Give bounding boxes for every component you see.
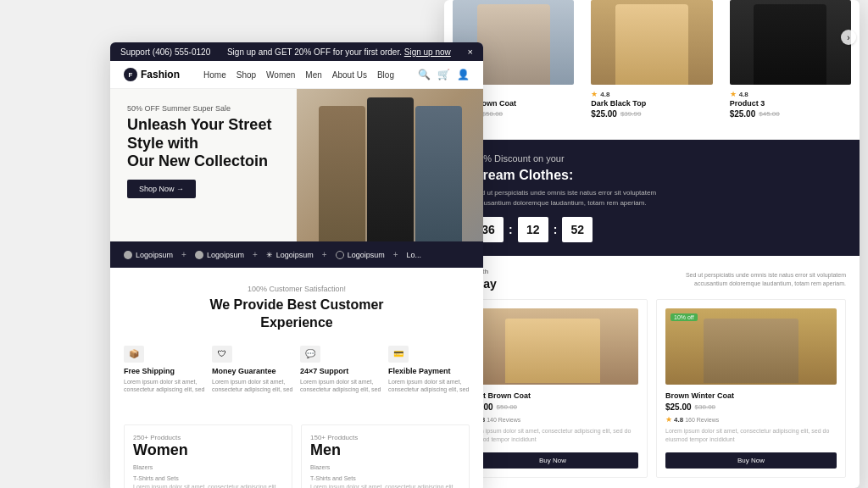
logo-item-1: Logoipsum: [124, 251, 173, 259]
discount-banner: 10% Discount on your Dream Clothes: Sed …: [444, 140, 860, 256]
logo-plus-2: +: [253, 250, 258, 259]
person-sil-2: [615, 4, 688, 85]
men-label: 150+ Prodducts: [310, 434, 460, 441]
user-icon[interactable]: 👤: [457, 69, 470, 80]
deal-star-icon-2: ★: [665, 415, 672, 424]
support-icon: 💬: [300, 346, 320, 363]
page-wrapper: Support (406) 555-0120 Sign up and GET 2…: [0, 0, 868, 488]
men-name: Men: [310, 441, 460, 459]
product-img-3: [730, 0, 851, 85]
off-badge: 10% off: [670, 313, 698, 321]
hero-section: 50% OFF Summer Super Sale Unleash Your S…: [110, 89, 483, 241]
scroll-right-button[interactable]: ›: [841, 30, 856, 45]
logo[interactable]: F Fashion: [124, 68, 180, 81]
shipping-icon: 📦: [124, 346, 144, 363]
category-men: 150+ Prodducts Men Blazers T-Shirts and …: [301, 424, 470, 488]
nav-men[interactable]: Men: [305, 70, 321, 80]
feature-guarantee: 🛡 Money Guarantee Lorem ipsum dolor sit …: [212, 346, 293, 395]
deal-rating-2: 4.8: [674, 416, 683, 424]
feature-shipping-title: Free Shipping: [124, 367, 205, 375]
discount-content: 10% Discount on your Dream Clothes: Sed …: [461, 153, 843, 242]
sign-up-link[interactable]: Sign up now: [404, 47, 451, 57]
deal-price-row-1: $25.00 $50.00: [467, 402, 638, 412]
product-name-2: Dark Black Top: [591, 99, 712, 108]
top-product-3: ★ 4.8 Product 3 $25.00 $45.00: [721, 0, 860, 139]
deal-review-1: 140 Reviews: [487, 417, 520, 423]
category-section: 250+ Prodducts Women Blazers T-Shirts an…: [110, 411, 483, 488]
women-name: Women: [133, 441, 283, 459]
deal-orig-2: $38.00: [695, 403, 715, 411]
support-text: Support (406) 555-0120: [120, 47, 210, 57]
logo-item-2: Logoipsum: [195, 251, 244, 259]
feature-payment: 💳 Flexible Payment Lorem ipsum dolor sit…: [388, 346, 470, 395]
nav-home[interactable]: Home: [203, 70, 226, 80]
deal-desc-right: Sed ut perspiciatis unde omnis iste natu…: [685, 271, 846, 288]
nav-about[interactable]: About Us: [332, 70, 367, 80]
logo-plus-1: +: [181, 250, 186, 259]
offer-text: Sign up and GET 20% OFF for your first o…: [210, 47, 467, 57]
nav-bar: F Fashion Home Shop Women Men About Us B…: [110, 61, 483, 89]
nav-shop[interactable]: Shop: [236, 70, 256, 80]
feature-support-desc: Lorem ipsum dolor sit amet, consectetur …: [300, 378, 381, 395]
features-grid: 📦 Free Shipping Lorem ipsum dolor sit am…: [124, 346, 470, 395]
women-desc: Lorem ipsum dolor sit amet, consectetur …: [133, 484, 283, 488]
browser-right: ★ 4.8 Light Brown Coat $25.00 $50.00 ★ 4…: [444, 0, 860, 488]
discount-desc: Sed ut perspiciatis unde omnis iste natu…: [473, 188, 693, 208]
nav-icons: 🔍 🛒 👤: [418, 69, 470, 80]
price-orig-1: $50.00: [482, 110, 503, 118]
feature-shipping: 📦 Free Shipping Lorem ipsum dolor sit am…: [124, 346, 205, 395]
logo-plus-4: +: [393, 250, 398, 259]
announcement-bar: Support (406) 555-0120 Sign up and GET 2…: [110, 42, 483, 61]
deal-stars-1: ★ 4.8 140 Reviews: [467, 415, 638, 424]
logo-circle-icon-3: [336, 251, 344, 259]
feature-support-title: 24×7 Support: [300, 367, 381, 375]
feature-guarantee-desc: Lorem ipsum dolor sit amet, consectetur …: [212, 378, 293, 395]
customer-title: We Provide Best Customer Experience: [124, 297, 470, 332]
search-icon[interactable]: 🔍: [418, 69, 431, 80]
logo-item-5: Lo...: [407, 251, 422, 259]
price-orig-2: $39.99: [620, 110, 641, 118]
close-announcement[interactable]: ×: [468, 47, 473, 57]
rating-3: 4.8: [739, 91, 748, 98]
star-icon-2: ★: [591, 90, 598, 98]
countdown: 36 : 12 : 52: [473, 217, 843, 242]
logo-star-icon: ✳: [266, 251, 273, 259]
deal-header: Deal of th ne Day Sed ut perspiciatis un…: [458, 268, 846, 291]
cart-icon[interactable]: 🛒: [437, 69, 450, 80]
person-sil-1: [477, 4, 550, 85]
guarantee-icon: 🛡: [212, 346, 232, 363]
deal-desc-1: Lorem ipsum dolor sit amet, consectetur …: [467, 427, 638, 444]
countdown-seconds: 52: [562, 217, 593, 242]
top-product-2: ★ 4.8 Dark Black Top $25.00 $39.99: [582, 0, 721, 139]
logo-text: Fashion: [141, 69, 180, 80]
product-rating-2: ★ 4.8: [591, 90, 712, 98]
price-orig-3: $45.00: [759, 110, 779, 118]
deal-orig-1: $50.00: [497, 403, 517, 411]
deal-desc-2: Lorem ipsum dolor sit amet, consectetur …: [665, 427, 837, 444]
countdown-minutes: 12: [518, 217, 548, 242]
nav-blog[interactable]: Blog: [377, 70, 394, 80]
rating-2: 4.8: [600, 91, 609, 98]
discount-pct: 10% Discount on your: [473, 153, 843, 164]
nav-links: Home Shop Women Men About Us Blog: [203, 70, 394, 80]
deal-img-2: 10% off: [665, 308, 837, 385]
top-products-row: ★ 4.8 Light Brown Coat $25.00 $50.00 ★ 4…: [444, 0, 860, 140]
customer-section: 100% Customer Satisfaction! We Provide B…: [110, 268, 483, 411]
men-items: Blazers T-Shirts and Sets: [310, 463, 460, 484]
deal-img-1: [467, 308, 638, 385]
nav-women[interactable]: Women: [266, 70, 295, 80]
price-current-3: $25.00: [730, 109, 756, 119]
deal-price-row-2: $25.00 $38.00: [665, 402, 837, 412]
shop-now-button[interactable]: Shop Now →: [127, 180, 196, 198]
buy-btn-2[interactable]: Buy Now: [665, 452, 837, 469]
product-name-3: Product 3: [730, 99, 851, 108]
payment-icon: 💳: [388, 346, 409, 363]
deal-product-name-2: Brown Winter Coat: [665, 391, 837, 400]
logo-icon: F: [124, 68, 137, 81]
logo-item-3: ✳ Logoipsum: [266, 251, 314, 259]
deal-stars-2: ★ 4.8 160 Reviews: [665, 415, 837, 424]
customer-tag: 100% Customer Satisfaction!: [124, 285, 470, 293]
women-label: 250+ Prodducts: [133, 434, 283, 441]
hero-content: 50% OFF Summer Super Sale Unleash Your S…: [110, 89, 483, 214]
buy-btn-1[interactable]: Buy Now: [467, 452, 638, 469]
